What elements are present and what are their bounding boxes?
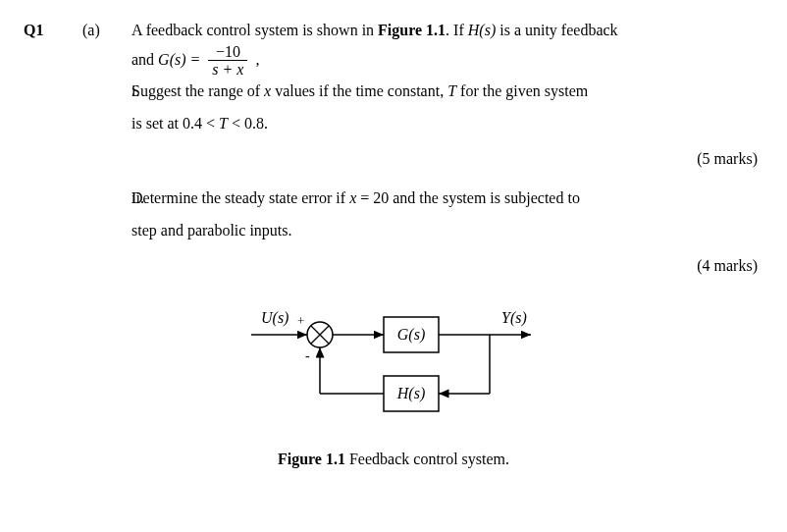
u-label: U(s) xyxy=(261,309,289,327)
sub-ii: ii. Determine the steady state error if … xyxy=(24,186,763,243)
intro-mid: . If xyxy=(446,22,468,38)
question-number: Q1 xyxy=(24,18,82,43)
frac-numerator: −10 xyxy=(208,43,247,62)
sub-i-content: Suggest the range of x values if the tim… xyxy=(131,79,763,136)
h-label: H(s) xyxy=(396,385,425,402)
ii-marks: (4 marks) xyxy=(24,253,763,279)
i-text-post1: for the given system xyxy=(456,82,588,99)
y-label: Y(s) xyxy=(501,309,527,327)
i-line2-T: T xyxy=(219,115,228,132)
ii-text-pre: Determine the steady state error if xyxy=(131,189,349,206)
i-marks: (5 marks) xyxy=(24,146,763,172)
intro-text: A feedback control system is shown in Fi… xyxy=(131,18,763,43)
feedback-diagram-svg: U(s) + - G(s) Y(s) H(s) xyxy=(217,295,570,433)
sub-i: i. Suggest the range of x values if the … xyxy=(24,79,763,136)
q1-line1: Q1 (a) A feedback control system is show… xyxy=(24,18,763,43)
figure-ref: Figure 1.1 xyxy=(378,22,446,38)
i-text-pre: Suggest the range of xyxy=(131,82,264,99)
i-text-mid: values if the time constant, xyxy=(271,82,447,99)
gs-fraction: −10 s + x xyxy=(208,43,247,79)
ii-text-mid: = 20 and the system is subjected to xyxy=(356,189,580,206)
block-diagram: U(s) + - G(s) Y(s) H(s) Figure 1.1 Feedb… xyxy=(24,295,763,471)
caption-label: Figure 1.1 xyxy=(278,451,345,467)
ii-line2: step and parabolic inputs. xyxy=(131,218,763,243)
hs-symbol: H(s) xyxy=(468,22,496,38)
figure-caption: Figure 1.1 Feedback control system. xyxy=(24,447,763,472)
i-line2-post: < 0.8. xyxy=(228,115,268,132)
part-a-label: (a) xyxy=(82,18,131,43)
gs-line: and G(s) = −10 s + x , xyxy=(24,43,763,79)
i-line2-pre: is set at 0.4 < xyxy=(131,115,219,132)
plus-sign: + xyxy=(297,313,304,328)
sub-ii-content: Determine the steady state error if x = … xyxy=(131,186,763,243)
intro-post: is a unity feedback xyxy=(496,22,617,38)
frac-denominator: s + x xyxy=(208,61,247,79)
gs-lhs: G(s) = xyxy=(158,50,204,67)
i-T: T xyxy=(447,82,456,99)
caption-text: Feedback control system. xyxy=(345,451,509,467)
g-label: G(s) xyxy=(397,326,425,344)
gs-post: , xyxy=(251,50,259,67)
intro-pre: A feedback control system is shown in xyxy=(131,22,378,38)
minus-sign: - xyxy=(305,348,310,363)
gs-pre: and xyxy=(131,50,158,67)
